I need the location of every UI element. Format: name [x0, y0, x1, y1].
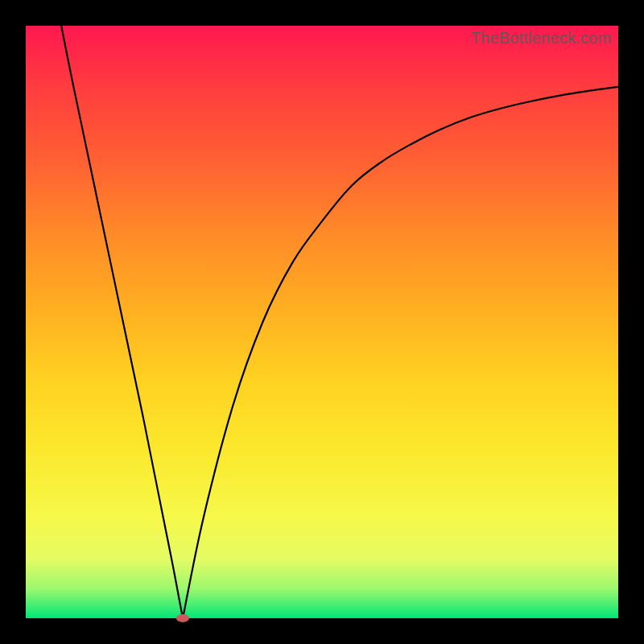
minimum-marker-icon [176, 614, 189, 622]
bottleneck-curve [26, 26, 618, 618]
watermark-text: TheBottleneck.com [471, 29, 612, 47]
chart-plot-area: TheBottleneck.com [26, 26, 618, 618]
